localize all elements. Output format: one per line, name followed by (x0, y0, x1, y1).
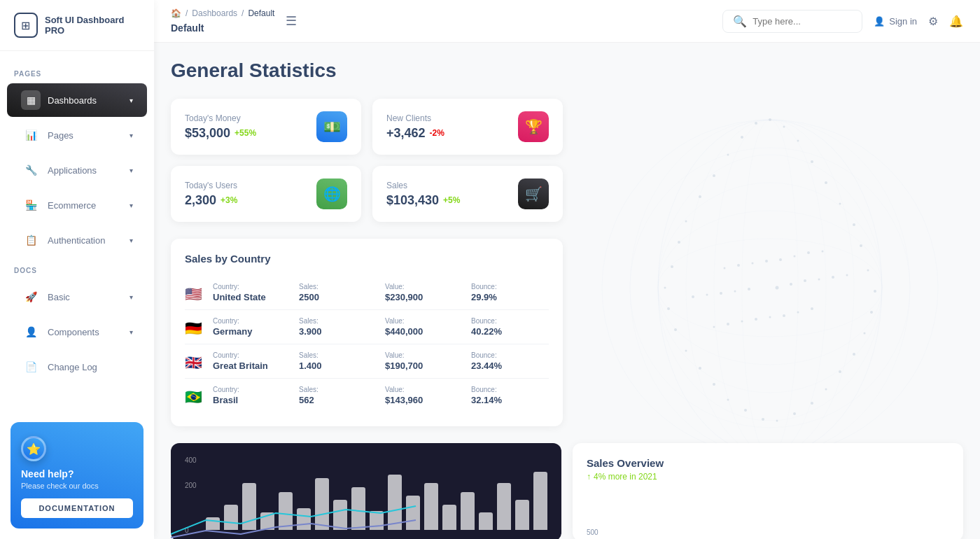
sign-in-button[interactable]: 👤 Sign in (874, 16, 917, 27)
users-icon: 🌐 (316, 178, 347, 209)
home-icon: 🏠 (171, 8, 181, 18)
stat-info-money: Today's Money $53,000 +55% (185, 113, 256, 141)
sidebar-item-label: Components (48, 327, 99, 337)
changelog-icon: 📄 (21, 357, 41, 377)
overview-subtitle: ↑ 4% more in 2021 (587, 472, 949, 482)
bounce-col-us: Bounce: 29.9% (471, 283, 549, 302)
stat-label-clients: New Clients (386, 113, 444, 123)
stat-card-users: Today's Users 2,300 +3% 🌐 (171, 166, 361, 222)
chevron-down-icon: ▾ (130, 167, 133, 174)
basic-icon: 🚀 (21, 287, 41, 307)
sidebar-item-pages[interactable]: 📊 Pages ▾ (7, 118, 147, 152)
sidebar-item-ecommerce[interactable]: 🏪 Ecommerce ▾ (7, 188, 147, 222)
sidebar-item-applications[interactable]: 🔧 Applications ▾ (7, 153, 147, 187)
flag-de: 🇩🇪 (185, 320, 204, 334)
y-label-400: 400 (185, 456, 197, 464)
sidebar-item-label: Authentication (48, 235, 105, 246)
stat-label-users: Today's Users (185, 181, 237, 190)
sales-country-title: Sales by Country (185, 253, 549, 265)
sidebar-item-authentication[interactable]: 📋 Authentication ▾ (7, 223, 147, 257)
docs-section-label: DOCS (0, 258, 154, 279)
stat-label-sales: Sales (386, 181, 460, 190)
stat-change-sales: +5% (443, 195, 460, 205)
sales-col-gb: Sales: 1.400 (299, 351, 377, 371)
money-icon: 💵 (316, 111, 347, 142)
logo: ⊞ Soft UI Dashboard PRO (0, 0, 154, 51)
clients-icon: 🏆 (518, 111, 549, 142)
logo-text: Soft UI Dashboard PRO (45, 15, 140, 36)
page-title: Default (171, 22, 204, 34)
chevron-down-icon: ▾ (130, 97, 133, 104)
general-statistics-title: General Statistics (171, 59, 963, 82)
dashboards-icon: ▦ (21, 90, 41, 110)
auth-icon: 📋 (21, 230, 41, 250)
breadcrumb-dashboards[interactable]: Dashboards (192, 8, 237, 18)
bounce-col-br: Bounce: 32.14% (471, 386, 549, 405)
sidebar-item-changelog[interactable]: 📄 Change Log (7, 350, 147, 384)
applications-icon: 🔧 (21, 160, 41, 180)
sales-col-br: Sales: 562 (299, 386, 377, 405)
sales-col-us: Sales: 2500 (299, 283, 377, 302)
country-row-gb: 🇬🇧 Country: Great Britain Sales: 1.400 V… (185, 344, 549, 379)
sidebar-item-basic[interactable]: 🚀 Basic ▾ (7, 280, 147, 314)
user-icon: 👤 (874, 16, 885, 27)
country-row-us: 🇺🇸 Country: United State Sales: 2500 Val… (185, 276, 549, 310)
logo-icon: ⊞ (14, 13, 38, 38)
stat-change-clients: -2% (430, 128, 444, 138)
chevron-down-icon: ▾ (130, 293, 133, 301)
stat-info-clients: New Clients +3,462 -2% (386, 113, 444, 141)
breadcrumb-path: 🏠 / Dashboards / Default (171, 8, 274, 18)
pages-section-label: PAGES (0, 62, 154, 82)
sales-country-card: Sales by Country 🇺🇸 Country: United Stat… (171, 239, 563, 426)
stats-grid: Today's Money $53,000 +55% 💵 New Clients… (171, 99, 563, 222)
value-col-us: Value: $230,900 (385, 283, 463, 302)
sidebar-nav: PAGES ▦ Dashboards ▾ 📊 Pages ▾ 🔧 Applica… (0, 51, 154, 412)
value-col-de: Value: $440,000 (385, 317, 463, 337)
documentation-button[interactable]: DOCUMENTATION (21, 498, 133, 518)
breadcrumb-separator: / (186, 8, 188, 18)
sidebar-item-label: Change Log (48, 362, 97, 372)
country-row-de: 🇩🇪 Country: Germany Sales: 3.900 Value: … (185, 310, 549, 344)
sales-col-de: Sales: 3.900 (299, 317, 377, 337)
settings-icon[interactable]: ⚙ (928, 15, 938, 28)
value-col-gb: Value: $190,700 (385, 351, 463, 371)
stat-value-users: 2,300 (185, 193, 216, 208)
chevron-down-icon: ▾ (130, 132, 133, 139)
sign-in-label: Sign in (889, 16, 917, 27)
country-col-gb: Country: Great Britain (213, 351, 290, 371)
stat-label-money: Today's Money (185, 113, 256, 123)
stat-card-clients: New Clients +3,462 -2% 🏆 (372, 99, 563, 155)
flag-us: 🇺🇸 (185, 286, 204, 300)
bounce-col-gb: Bounce: 23.44% (471, 351, 549, 371)
line-chart-svg (573, 499, 963, 539)
sales-overview-card: Sales Overview ↑ 4% more in 2021 500 (573, 443, 963, 539)
stat-change-money: +55% (234, 128, 256, 138)
sidebar: ⊞ Soft UI Dashboard PRO PAGES ▦ Dashboar… (0, 0, 154, 539)
chevron-down-icon: ▾ (130, 237, 133, 244)
sidebar-item-label: Pages (48, 130, 74, 141)
stat-change-users: +3% (220, 195, 237, 205)
sales-icon: 🛒 (518, 178, 549, 209)
overview-title: Sales Overview (587, 457, 949, 469)
sidebar-item-label: Ecommerce (48, 200, 96, 211)
hamburger-icon[interactable]: ☰ (286, 13, 297, 29)
pages-icon: 📊 (21, 125, 41, 145)
country-col-br: Country: Brasil (213, 386, 290, 405)
flag-br: 🇧🇷 (185, 388, 204, 402)
bell-icon[interactable]: 🔔 (949, 15, 963, 28)
country-col-de: Country: Germany (213, 317, 290, 337)
chevron-down-icon: ▾ (130, 328, 133, 336)
bottom-charts: 400 200 0 (171, 443, 963, 539)
search-input[interactable] (752, 16, 852, 27)
sidebar-item-dashboards[interactable]: ▦ Dashboards ▾ (7, 83, 147, 117)
topbar: 🏠 / Dashboards / Default Default ☰ 🔍 👤 S… (154, 0, 980, 43)
trend-up-icon: ↑ (587, 472, 591, 482)
sidebar-item-components[interactable]: 👤 Components ▾ (7, 315, 147, 349)
search-icon: 🔍 (733, 15, 747, 28)
chevron-down-icon: ▾ (130, 202, 133, 209)
chart-y-axis: 400 (185, 453, 547, 465)
stat-value-sales: $103,430 (386, 193, 439, 208)
country-col-us: Country: United State (213, 283, 290, 302)
sidebar-item-label: Dashboards (48, 95, 97, 106)
search-box[interactable]: 🔍 (722, 10, 862, 33)
